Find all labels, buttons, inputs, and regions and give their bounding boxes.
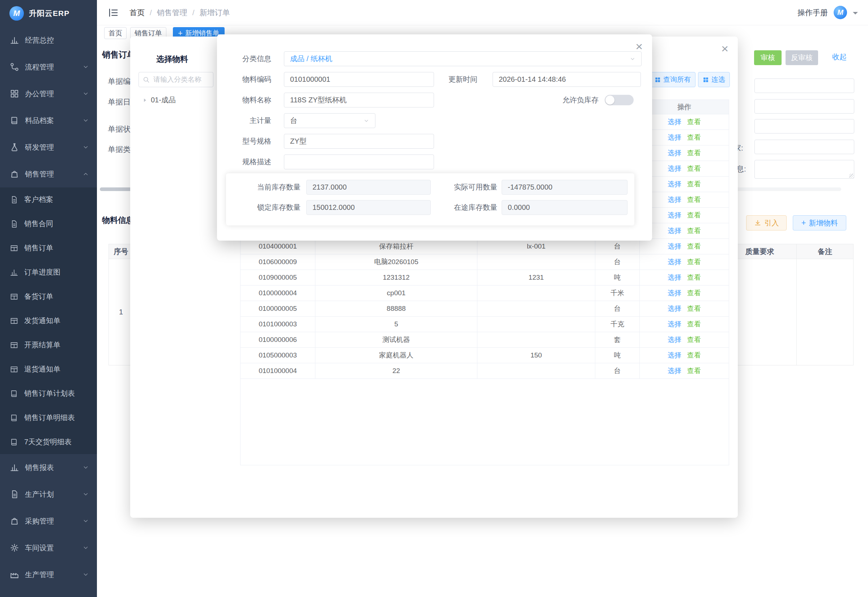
material-name-field[interactable]: 118S ZY型纸杯机: [284, 93, 434, 107]
bar-chart-icon: [10, 463, 19, 472]
sidebar-subitem-order-progress[interactable]: 订单进度图: [0, 260, 97, 284]
select-link[interactable]: 选择: [668, 164, 681, 173]
view-link[interactable]: 查看: [687, 273, 701, 282]
tab-home[interactable]: 首页: [104, 27, 127, 39]
view-link[interactable]: 查看: [687, 133, 701, 142]
manual-link[interactable]: 操作手册: [797, 7, 828, 18]
view-link[interactable]: 查看: [687, 257, 701, 267]
import-button[interactable]: 引入: [746, 215, 787, 230]
select-link[interactable]: 选择: [668, 335, 681, 345]
select-link[interactable]: 选择: [668, 257, 681, 267]
model-spec-field[interactable]: ZY型: [284, 134, 434, 149]
category-search-field[interactable]: [139, 72, 213, 87]
unaudit-button[interactable]: 反审核: [785, 50, 818, 65]
view-link[interactable]: 查看: [687, 350, 701, 360]
sidebar-item-rd-mgmt[interactable]: 研发管理: [0, 134, 97, 160]
locked-stock-field: 150012.0000: [306, 200, 431, 215]
audit-button[interactable]: 审核: [754, 50, 782, 65]
breadcrumb-new-order: 新增订单: [200, 7, 230, 18]
category-tree-node[interactable]: 01-成品: [142, 95, 176, 105]
select-link[interactable]: 选择: [668, 304, 681, 313]
close-icon[interactable]: ×: [635, 40, 643, 52]
sidebar-subitem-delivery-notice[interactable]: 发货通知单: [0, 309, 97, 333]
user-avatar[interactable]: M: [834, 6, 847, 19]
sidebar-item-production-plan[interactable]: 生产计划: [0, 481, 97, 508]
unit-select[interactable]: 台: [284, 113, 375, 128]
select-link[interactable]: 选择: [668, 242, 681, 251]
view-link[interactable]: 查看: [687, 180, 701, 189]
view-link[interactable]: 查看: [687, 211, 701, 220]
sidebar-subitem-customer-archive[interactable]: 客户档案: [0, 187, 97, 212]
negative-stock-toggle[interactable]: [605, 95, 634, 105]
select-link[interactable]: 选择: [668, 133, 681, 142]
chain-select-button[interactable]: 连选: [698, 72, 730, 87]
view-link[interactable]: 查看: [687, 195, 701, 205]
category-select[interactable]: 成品 / 纸杯机: [284, 51, 641, 66]
sidebar-item-process-mgmt[interactable]: 流程管理: [0, 53, 97, 80]
spec-desc-field[interactable]: [284, 154, 434, 169]
select-link[interactable]: 选择: [668, 180, 681, 189]
material-row: 010000000588888台选择查看: [240, 301, 729, 316]
view-link[interactable]: 查看: [687, 164, 701, 173]
available-stock-label: 实际可用数量: [454, 180, 497, 195]
close-icon[interactable]: ×: [721, 42, 729, 55]
select-link[interactable]: 选择: [668, 149, 681, 158]
sidebar-item-material-archive[interactable]: 料品档案: [0, 107, 97, 134]
view-link[interactable]: 查看: [687, 366, 701, 376]
collapse-link[interactable]: 收起: [832, 52, 847, 62]
sidebar-item-production-mgmt[interactable]: 生产管理: [0, 561, 97, 588]
view-link[interactable]: 查看: [687, 288, 701, 298]
sidebar-item-clipped[interactable]: [0, 588, 97, 597]
sidebar-item-workshop-settings[interactable]: 车间设置: [0, 535, 97, 561]
info-textarea[interactable]: [754, 160, 854, 179]
right-field-1[interactable]: [754, 79, 854, 93]
view-link[interactable]: 查看: [687, 304, 701, 313]
sidebar-subitem-7day-delivery[interactable]: 7天交货明细表: [0, 430, 97, 454]
sidebar-item-purchase-mgmt[interactable]: 采购管理: [0, 508, 97, 535]
view-link[interactable]: 查看: [687, 335, 701, 345]
updated-time-field[interactable]: 2026-01-14 14:48:46: [493, 72, 641, 87]
bag-icon: [10, 516, 19, 526]
breadcrumb-home[interactable]: 首页: [129, 7, 145, 18]
select-link[interactable]: 选择: [668, 319, 681, 329]
sidebar-subitem-return-notice[interactable]: 退货通知单: [0, 357, 97, 382]
view-link[interactable]: 查看: [687, 319, 701, 329]
textarea-resize-handle[interactable]: [849, 174, 853, 178]
query-all-button[interactable]: 查询所有: [650, 72, 696, 87]
sidebar-item-sales-mgmt[interactable]: 销售管理: [0, 160, 97, 187]
select-link[interactable]: 选择: [668, 273, 681, 282]
current-stock-label: 当前库存数量: [257, 180, 301, 195]
select-link[interactable]: 选择: [668, 117, 681, 127]
user-menu-caret-icon[interactable]: [853, 12, 858, 17]
select-link[interactable]: 选择: [668, 226, 681, 236]
sidebar-subitem-sales-contract[interactable]: 销售合同: [0, 212, 97, 236]
select-link[interactable]: 选择: [668, 211, 681, 220]
topbar-right: 操作手册 M: [797, 6, 858, 19]
material-code-field[interactable]: 0101000001: [284, 72, 434, 87]
select-link[interactable]: 选择: [668, 288, 681, 298]
cell-remark: [797, 259, 853, 365]
sidebar-subitem-invoice-settlement[interactable]: 开票结算单: [0, 333, 97, 357]
breadcrumb-sales-mgmt[interactable]: 销售管理: [157, 7, 187, 18]
select-link[interactable]: 选择: [668, 350, 681, 360]
category-search-input[interactable]: [153, 75, 209, 84]
select-link[interactable]: 选择: [668, 195, 681, 205]
model-label: 型号规格: [231, 134, 271, 149]
sidebar-subitem-order-detail[interactable]: 销售订单明细表: [0, 405, 97, 430]
sidebar-subitem-stock-order[interactable]: 备货订单: [0, 284, 97, 309]
select-link[interactable]: 选择: [668, 366, 681, 376]
view-link[interactable]: 查看: [687, 117, 701, 127]
new-material-button[interactable]: + 新增物料: [793, 215, 846, 230]
sidebar-item-office-mgmt[interactable]: 办公管理: [0, 80, 97, 107]
view-link[interactable]: 查看: [687, 226, 701, 236]
sidebar-subitem-order-plan[interactable]: 销售订单计划表: [0, 382, 97, 405]
sidebar-item-business-overview[interactable]: 经营总控: [0, 27, 97, 53]
right-field-vendor[interactable]: [754, 140, 854, 154]
right-field-2[interactable]: [754, 99, 854, 114]
view-link[interactable]: 查看: [687, 149, 701, 158]
sidebar-item-sales-report[interactable]: 销售报表: [0, 454, 97, 481]
view-link[interactable]: 查看: [687, 242, 701, 251]
right-field-3[interactable]: [754, 119, 854, 134]
sidebar-collapse-icon[interactable]: [108, 7, 118, 18]
sidebar-subitem-sales-order[interactable]: 销售订单: [0, 236, 97, 260]
